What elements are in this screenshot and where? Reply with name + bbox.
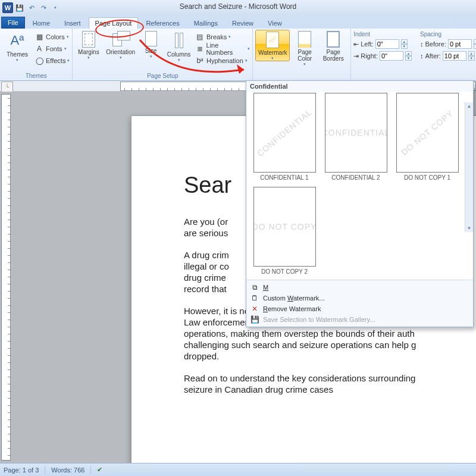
spacing-after-input[interactable] bbox=[443, 51, 466, 61]
custom-watermark-icon: 🗒 bbox=[250, 293, 259, 303]
line-numbers-button[interactable]: ≣Line Numbers ▾ bbox=[195, 43, 250, 55]
theme-effects-button[interactable]: ◯Effects ▾ bbox=[35, 55, 70, 67]
indent-right-icon: ⇥ bbox=[353, 52, 359, 60]
breaks-icon: ▤ bbox=[195, 32, 205, 42]
line-numbers-icon: ≣ bbox=[195, 44, 205, 54]
window-title: Search and Seizure - Microsoft Word bbox=[0, 2, 476, 11]
effects-icon: ◯ bbox=[35, 56, 44, 65]
tab-view[interactable]: View bbox=[261, 17, 289, 29]
page-borders-button[interactable]: Page Borders bbox=[320, 30, 347, 62]
tab-file[interactable]: File bbox=[1, 17, 25, 29]
spin-up-icon[interactable]: ▲ bbox=[401, 39, 408, 44]
page-color-button[interactable]: Page Color▾ bbox=[292, 30, 317, 67]
margins-icon bbox=[82, 31, 95, 48]
remove-watermark-menuitem[interactable]: ✕ Remove Watermark bbox=[246, 303, 473, 314]
tab-insert[interactable]: Insert bbox=[58, 17, 87, 29]
size-icon bbox=[145, 31, 157, 46]
qat-customize-icon[interactable]: ▾ bbox=[50, 2, 61, 13]
tab-mailings[interactable]: Mailings bbox=[187, 17, 224, 29]
theme-colors-button[interactable]: ▦Colors ▾ bbox=[35, 31, 70, 43]
watermark-option-do-not-copy-1[interactable]: DO NOT COPY DO NOT COPY 1 bbox=[393, 93, 462, 184]
tab-references[interactable]: References bbox=[139, 17, 186, 29]
group-page-setup: Margins▾ Orientation▾ Size▾ Columns▾ bbox=[73, 29, 253, 80]
watermark-gallery-scrollbar[interactable]: ▲▼ bbox=[465, 102, 473, 232]
vertical-ruler[interactable] bbox=[1, 94, 11, 461]
qat-redo-icon[interactable]: ↷ bbox=[38, 2, 49, 13]
tab-home[interactable]: Home bbox=[26, 17, 57, 29]
fonts-icon: A bbox=[35, 44, 44, 54]
spacing-before-input[interactable] bbox=[448, 39, 472, 49]
themes-icon: Aª bbox=[8, 31, 27, 50]
group-page-background: TEXT Watermark▾ Page Color▾ Page Borders bbox=[253, 29, 351, 80]
themes-button[interactable]: Aª Themes ▾ bbox=[2, 30, 32, 62]
watermark-icon: TEXT bbox=[266, 32, 279, 48]
office-icon: ⧉ bbox=[250, 283, 259, 292]
scroll-down-icon[interactable]: ▼ bbox=[467, 226, 472, 231]
spin-down-icon[interactable]: ▼ bbox=[401, 44, 408, 49]
qat-save-icon[interactable]: 💾 bbox=[14, 2, 25, 13]
group-themes: Aª Themes ▾ ▦Colors ▾ AFonts ▾ ◯Effects … bbox=[0, 29, 73, 80]
tab-review[interactable]: Review bbox=[226, 17, 260, 29]
document-paragraph: Read on to understand the key considerat… bbox=[184, 372, 476, 395]
spacing-before-icon: ↕ bbox=[420, 40, 424, 48]
status-proofing-icon[interactable]: ✔ bbox=[97, 466, 102, 474]
ribbon-tabs: File Home Insert Page Layout References … bbox=[0, 15, 476, 29]
tab-page-layout[interactable]: Page Layout bbox=[89, 17, 139, 29]
palette-icon: ▦ bbox=[35, 32, 44, 42]
page-color-icon bbox=[298, 31, 311, 48]
indent-right-spinner[interactable]: ⇥ Right: ▲▼ bbox=[353, 50, 412, 62]
page-borders-icon bbox=[327, 31, 340, 48]
ribbon: Aª Themes ▾ ▦Colors ▾ AFonts ▾ ◯Effects … bbox=[0, 29, 476, 81]
save-gallery-icon: 💾 bbox=[250, 315, 259, 324]
size-button[interactable]: Size▾ bbox=[139, 30, 162, 59]
status-words[interactable]: Words: 766 bbox=[51, 466, 84, 474]
watermark-button[interactable]: TEXT Watermark▾ bbox=[255, 30, 290, 61]
indent-right-input[interactable] bbox=[380, 51, 403, 61]
qat-undo-icon[interactable]: ↶ bbox=[26, 2, 37, 13]
breaks-button[interactable]: ▤Breaks ▾ bbox=[195, 31, 250, 43]
group-paragraph: Indent ⇤ Left: ▲▼ ⇥ Right: ▲▼ Spacing ↕ bbox=[351, 29, 476, 80]
watermark-gallery-panel: Confidential CONFIDENTIAL CONFIDENTIAL 1… bbox=[246, 80, 474, 327]
indent-left-input[interactable] bbox=[375, 39, 399, 49]
orientation-button[interactable]: Orientation▾ bbox=[104, 30, 137, 60]
indent-label: Indent bbox=[353, 30, 412, 38]
watermark-option-confidential-1[interactable]: CONFIDENTIAL CONFIDENTIAL 1 bbox=[250, 93, 319, 184]
spacing-before-spinner[interactable]: ↕ Before: ▲▼ bbox=[420, 38, 476, 50]
theme-fonts-button[interactable]: AFonts ▾ bbox=[35, 43, 70, 55]
margins-button[interactable]: Margins▾ bbox=[75, 30, 102, 60]
status-page[interactable]: Page: 1 of 3 bbox=[4, 466, 39, 474]
watermark-gallery-header: Confidential bbox=[246, 81, 473, 92]
hyphenation-icon: bª bbox=[195, 56, 205, 65]
save-to-gallery-menuitem: 💾 Save Selection to Watermark Gallery... bbox=[246, 314, 473, 325]
spacing-after-icon: ↕ bbox=[420, 52, 424, 60]
ruler-corner[interactable]: └ bbox=[1, 82, 13, 92]
word-icon: W bbox=[2, 2, 13, 13]
status-bar: Page: 1 of 3 Words: 766 ✔ bbox=[0, 463, 476, 476]
indent-left-spinner[interactable]: ⇤ Left: ▲▼ bbox=[353, 38, 412, 50]
hyphenation-button[interactable]: bªHyphenation ▾ bbox=[195, 55, 250, 67]
watermark-option-confidential-2[interactable]: CONFIDENTIAL CONFIDENTIAL 2 bbox=[321, 93, 390, 184]
watermark-option-do-not-copy-2[interactable]: DO NOT COPY DO NOT COPY 2 bbox=[250, 187, 319, 278]
scroll-up-icon[interactable]: ▲ bbox=[467, 104, 472, 109]
orientation-icon bbox=[112, 31, 129, 48]
columns-icon bbox=[170, 31, 189, 50]
indent-left-icon: ⇤ bbox=[353, 40, 359, 48]
spacing-after-spinner[interactable]: ↕ After: ▲▼ bbox=[420, 50, 476, 62]
title-bar: W 💾 ↶ ↷ ▾ Search and Seizure - Microsoft… bbox=[0, 0, 476, 15]
columns-button[interactable]: Columns▾ bbox=[165, 30, 193, 62]
more-watermarks-menuitem[interactable]: ⧉ M bbox=[246, 282, 473, 293]
custom-watermark-menuitem[interactable]: 🗒 Custom Watermark... bbox=[246, 293, 473, 303]
remove-watermark-icon: ✕ bbox=[250, 304, 259, 314]
spacing-label: Spacing bbox=[420, 30, 476, 38]
